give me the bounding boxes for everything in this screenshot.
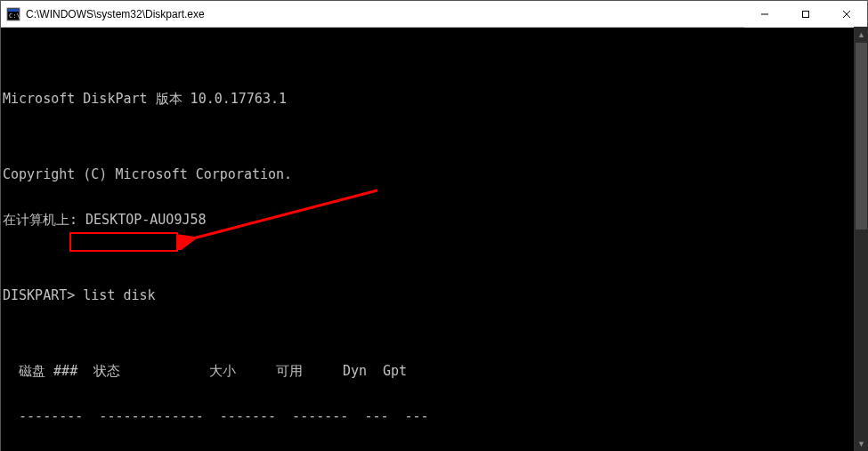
table-divider: -------- ------------- ------- ------- -… — [3, 409, 867, 424]
app-window: C:\ C:\WINDOWS\system32\Diskpart.exe Mic… — [0, 0, 868, 451]
close-button[interactable] — [826, 1, 867, 28]
scroll-down-button[interactable]: ▼ — [855, 436, 868, 451]
svg-text:C:\: C:\ — [9, 12, 20, 20]
vertical-scrollbar[interactable]: ▲ ▼ — [854, 27, 868, 451]
annotation-highlight-box — [69, 232, 178, 252]
version-line: Microsoft DiskPart 版本 10.0.17763.1 — [3, 92, 867, 107]
command-text: list disk — [83, 287, 155, 303]
app-icon: C:\ — [6, 7, 20, 21]
window-title: C:\WINDOWS\system32\Diskpart.exe — [26, 8, 205, 20]
svg-rect-1 — [8, 9, 19, 12]
computer-line: 在计算机上: DESKTOP-AUO9J58 — [3, 213, 867, 228]
svg-rect-4 — [803, 11, 809, 17]
table-header: 磁盘 ### 状态 大小 可用 Dyn Gpt — [3, 364, 867, 379]
terminal-area[interactable]: Microsoft DiskPart 版本 10.0.17763.1 Copyr… — [1, 28, 867, 451]
scrollbar-thumb[interactable] — [856, 43, 867, 230]
titlebar[interactable]: C:\ C:\WINDOWS\system32\Diskpart.exe — [1, 1, 867, 28]
prompt-line-1: DISKPART> list disk — [3, 288, 867, 303]
maximize-button[interactable] — [785, 1, 826, 28]
prompt-prefix: DISKPART> — [3, 287, 83, 303]
minimize-button[interactable] — [744, 1, 785, 28]
scroll-up-button[interactable]: ▲ — [855, 27, 868, 42]
copyright-line: Copyright (C) Microsoft Corporation. — [3, 167, 867, 182]
